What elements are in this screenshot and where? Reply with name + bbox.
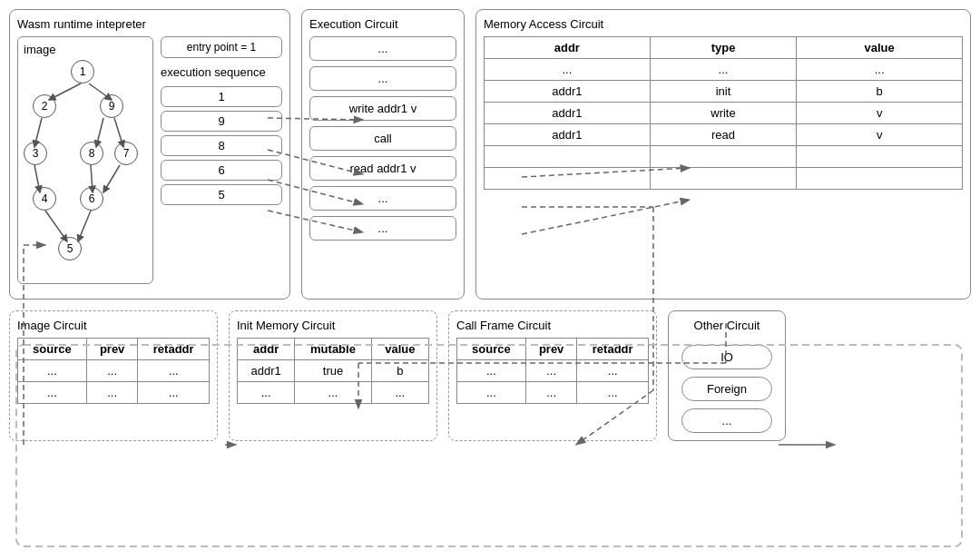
table-row: ... ... ...: [238, 382, 429, 404]
table-cell: ...: [86, 360, 138, 382]
other-circuit-ellipsis: ...: [681, 408, 772, 433]
table-cell: ...: [577, 360, 649, 382]
table-cell: [485, 146, 651, 168]
seq-item-8: 8: [161, 135, 282, 156]
table-cell: ...: [86, 382, 138, 404]
table-row: addr1 write v: [485, 103, 963, 124]
table-cell: addr1: [485, 124, 651, 146]
graph-edges-svg: [24, 60, 142, 278]
table-cell: ...: [371, 382, 428, 404]
table-cell: addr1: [238, 360, 295, 382]
node-2: 2: [33, 94, 56, 118]
table-cell: ...: [18, 382, 87, 404]
exec-items: ... ... write addr1 v call read addr1 v …: [309, 36, 456, 241]
table-cell: ...: [525, 360, 577, 382]
table-cell: ...: [238, 382, 295, 404]
node-6: 6: [80, 187, 103, 211]
call-col-source: source: [457, 339, 526, 360]
memory-access-title: Memory Access Circuit: [484, 17, 963, 31]
table-row: ... ... ...: [18, 382, 210, 404]
node-3: 3: [24, 142, 47, 165]
table-cell: addr1: [485, 81, 651, 103]
seq-item-1: 1: [161, 86, 282, 107]
table-cell: ...: [525, 382, 577, 404]
table-cell: ...: [138, 382, 210, 404]
execution-circuit-panel: Execution Circuit ... ... write addr1 v …: [301, 9, 465, 300]
top-row: Wasm runtime intepreter image 1 2 9 3 8 …: [9, 9, 971, 300]
table-cell: v: [797, 124, 963, 146]
table-cell: ...: [138, 360, 210, 382]
table-cell: [485, 168, 651, 190]
other-circuit-io: IO: [681, 345, 772, 369]
init-col-mutable: mutable: [295, 339, 371, 360]
memory-access-table: addr type value ... ... ... addr1 init b: [484, 36, 963, 190]
table-cell: ...: [650, 59, 797, 81]
call-col-prev: prev: [525, 339, 577, 360]
table-cell: addr1: [485, 103, 651, 124]
image-box: image 1 2 9 3 8 7 4 6 5: [17, 36, 153, 284]
init-col-addr: addr: [238, 339, 295, 360]
table-row: ... ... ...: [457, 360, 649, 382]
init-memory-table: addr mutable value addr1 true b ... ... …: [237, 338, 429, 404]
wasm-runtime-panel: Wasm runtime intepreter image 1 2 9 3 8 …: [9, 9, 290, 300]
call-table-header-row: source prev retaddr: [457, 339, 649, 360]
other-circuit-title: Other Circuit: [694, 319, 760, 332]
exec-item-write: write addr1 v: [309, 96, 456, 121]
memory-col-value: value: [797, 37, 963, 59]
exec-item-6: ...: [309, 216, 456, 241]
exec-item-read: read addr1 v: [309, 156, 456, 181]
image-col-prev: prev: [86, 339, 138, 360]
table-cell: ...: [457, 360, 526, 382]
table-cell: v: [797, 103, 963, 124]
image-label: image: [24, 43, 147, 56]
table-row: addr1 true b: [238, 360, 429, 382]
call-frame-circuit-panel: Call Frame Circuit source prev retaddr .…: [448, 310, 657, 441]
exec-item-call: call: [309, 126, 456, 151]
svg-line-8: [45, 211, 67, 241]
init-col-value: value: [371, 339, 428, 360]
call-frame-title: Call Frame Circuit: [456, 319, 649, 332]
bottom-row: Image Circuit source prev retaddr ... ..…: [9, 310, 971, 441]
table-cell: init: [650, 81, 797, 103]
init-memory-title: Init Memory Circuit: [237, 319, 429, 332]
image-circuit-panel: Image Circuit source prev retaddr ... ..…: [9, 310, 218, 441]
table-cell: read: [650, 124, 797, 146]
image-table-header-row: source prev retaddr: [18, 339, 210, 360]
table-cell: [650, 168, 797, 190]
call-col-retaddr: retaddr: [577, 339, 649, 360]
table-row: ... ... ...: [457, 382, 649, 404]
svg-line-9: [78, 211, 91, 241]
table-row: [485, 168, 963, 190]
table-row: addr1 read v: [485, 124, 963, 146]
call-frame-table: source prev retaddr ... ... ... ... ... …: [456, 338, 649, 404]
init-table-header-row: addr mutable value: [238, 339, 429, 360]
exec-item-1: ...: [309, 66, 456, 91]
table-cell: [797, 146, 963, 168]
memory-col-type: type: [650, 37, 797, 59]
memory-table-header-row: addr type value: [485, 37, 963, 59]
node-7: 7: [114, 142, 138, 165]
table-cell: ...: [18, 360, 87, 382]
exec-circuit-title: Execution Circuit: [309, 17, 456, 31]
table-row: ... ... ...: [18, 360, 210, 382]
entry-point-box: entry point = 1: [161, 36, 282, 58]
node-5: 5: [58, 237, 82, 260]
node-8: 8: [80, 142, 103, 165]
exec-item-0: ...: [309, 36, 456, 61]
wasm-inner: image 1 2 9 3 8 7 4 6 5: [17, 36, 282, 284]
other-circuit-foreign: Foreign: [681, 377, 772, 401]
exec-seq-label: execution sequence: [161, 65, 282, 79]
memory-col-addr: addr: [485, 37, 651, 59]
table-cell: ...: [295, 382, 371, 404]
table-cell: [797, 168, 963, 190]
wasm-title: Wasm runtime intepreter: [17, 17, 282, 31]
svg-line-7: [103, 165, 120, 192]
image-circuit-title: Image Circuit: [17, 319, 210, 332]
table-cell: b: [797, 81, 963, 103]
table-cell: ...: [457, 382, 526, 404]
table-row: addr1 init b: [485, 81, 963, 103]
table-cell: ...: [485, 59, 651, 81]
other-circuit-panel: Other Circuit IO Foreign ...: [668, 310, 786, 441]
exec-seq-box: entry point = 1 execution sequence 1 9 8…: [161, 36, 282, 284]
image-col-source: source: [18, 339, 87, 360]
